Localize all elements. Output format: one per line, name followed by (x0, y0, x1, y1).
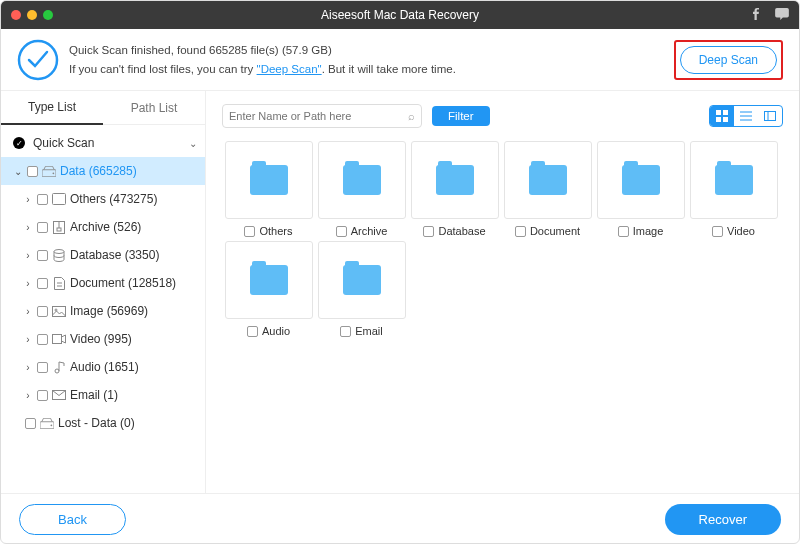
checkbox[interactable] (37, 390, 48, 401)
folder-icon (529, 165, 567, 195)
svg-point-0 (19, 41, 57, 79)
checkbox[interactable] (25, 418, 36, 429)
checkbox[interactable] (37, 362, 48, 373)
folder-card-document[interactable]: Document (501, 141, 594, 237)
svg-rect-3 (53, 194, 66, 205)
chevron-right-icon[interactable]: › (23, 334, 33, 345)
tree-item-label: Audio (1651) (70, 360, 197, 374)
tree-item-email[interactable]: ›Email (1) (1, 381, 205, 409)
folder-card-archive[interactable]: Archive (315, 141, 408, 237)
tab-type-list[interactable]: Type List (1, 91, 103, 125)
view-column-icon[interactable] (758, 106, 782, 126)
chevron-down-icon[interactable]: ⌄ (13, 166, 23, 177)
filter-button[interactable]: Filter (432, 106, 490, 126)
folder-card-video[interactable]: Video (687, 141, 780, 237)
tree-item-label: Others (473275) (70, 192, 197, 206)
checkbox[interactable] (340, 326, 351, 337)
document-icon (52, 276, 66, 290)
folder-label: Archive (351, 225, 388, 237)
checkbox[interactable] (244, 226, 255, 237)
checkbox[interactable] (37, 334, 48, 345)
tree-item-label: Email (1) (70, 388, 197, 402)
checkbox[interactable] (618, 226, 629, 237)
svg-rect-12 (53, 335, 62, 344)
search-input[interactable] (229, 110, 408, 122)
tree-item-label: Database (3350) (70, 248, 197, 262)
tree-item-others[interactable]: ›Others (473275) (1, 185, 205, 213)
folder-label: Document (530, 225, 580, 237)
maximize-button[interactable] (43, 10, 53, 20)
checkbox[interactable] (423, 226, 434, 237)
chevron-down-icon[interactable]: ⌄ (189, 138, 197, 149)
tab-path-list[interactable]: Path List (103, 91, 205, 125)
back-button[interactable]: Back (19, 504, 126, 535)
tree-item-document[interactable]: ›Document (128518) (1, 269, 205, 297)
folder-icon (622, 165, 660, 195)
chevron-right-icon[interactable]: › (23, 278, 33, 289)
scan-info-text: Quick Scan finished, found 665285 file(s… (69, 41, 456, 78)
folder-label: Audio (262, 325, 290, 337)
folder-card-email[interactable]: Email (315, 241, 408, 337)
tree: ✓ Quick Scan ⌄ ⌄ Data (665285) ›Others (… (1, 125, 205, 441)
svg-point-2 (53, 172, 55, 174)
tree-quick-scan[interactable]: ✓ Quick Scan ⌄ (1, 129, 205, 157)
chevron-right-icon[interactable]: › (23, 390, 33, 401)
tree-data-root[interactable]: ⌄ Data (665285) (1, 157, 205, 185)
tree-item-video[interactable]: ›Video (995) (1, 325, 205, 353)
checkbox[interactable] (515, 226, 526, 237)
checkbox[interactable] (247, 326, 258, 337)
deep-scan-highlight: Deep Scan (674, 40, 783, 80)
checkmark-icon (17, 39, 59, 81)
view-grid-icon[interactable] (710, 106, 734, 126)
recover-button[interactable]: Recover (665, 504, 781, 535)
tree-quick-scan-label: Quick Scan (33, 136, 185, 150)
chevron-right-icon[interactable]: › (23, 306, 33, 317)
folder-card-image[interactable]: Image (594, 141, 687, 237)
chevron-right-icon[interactable]: › (23, 250, 33, 261)
tree-lost-data[interactable]: Lost - Data (0) (1, 409, 205, 437)
video-icon (52, 332, 66, 346)
close-button[interactable] (11, 10, 21, 20)
search-input-wrap[interactable]: ⌕ (222, 104, 422, 128)
checkbox[interactable] (336, 226, 347, 237)
tree-item-label: Image (56969) (70, 304, 197, 318)
folder-card-others[interactable]: Others (222, 141, 315, 237)
checkbox[interactable] (37, 306, 48, 317)
minimize-button[interactable] (27, 10, 37, 20)
view-list-icon[interactable] (734, 106, 758, 126)
email-icon (52, 388, 66, 402)
feedback-icon[interactable] (775, 8, 789, 23)
tree-item-database[interactable]: ›Database (3350) (1, 241, 205, 269)
checkbox[interactable] (27, 166, 38, 177)
facebook-icon[interactable] (751, 8, 761, 23)
tree-item-image[interactable]: ›Image (56969) (1, 297, 205, 325)
tree-item-label: Video (995) (70, 332, 197, 346)
disk-icon (42, 164, 56, 178)
view-switch (709, 105, 783, 127)
checkbox[interactable] (712, 226, 723, 237)
checkbox[interactable] (37, 250, 48, 261)
checkbox[interactable] (37, 222, 48, 233)
tree-root-label: Data (665285) (60, 164, 197, 178)
folder-thumb (690, 141, 778, 219)
svg-rect-6 (57, 228, 61, 231)
folder-icon (250, 265, 288, 295)
folder-icon (343, 165, 381, 195)
folder-icon (436, 165, 474, 195)
tree-item-archive[interactable]: ›Archive (526) (1, 213, 205, 241)
folder-card-audio[interactable]: Audio (222, 241, 315, 337)
chevron-right-icon[interactable]: › (23, 194, 33, 205)
chevron-right-icon[interactable]: › (23, 362, 33, 373)
deep-scan-link[interactable]: "Deep Scan" (257, 63, 322, 75)
footer: Back Recover (1, 493, 799, 544)
folder-grid: OthersArchiveDatabaseDocumentImageVideoA… (222, 131, 783, 341)
folder-card-database[interactable]: Database (408, 141, 501, 237)
checkbox[interactable] (37, 278, 48, 289)
sidebar: Type List Path List ✓ Quick Scan ⌄ ⌄ Dat… (1, 91, 206, 493)
image-icon (52, 304, 66, 318)
folder-label: Email (355, 325, 383, 337)
deep-scan-button[interactable]: Deep Scan (680, 46, 777, 74)
tree-item-audio[interactable]: ›Audio (1651) (1, 353, 205, 381)
chevron-right-icon[interactable]: › (23, 222, 33, 233)
checkbox[interactable] (37, 194, 48, 205)
